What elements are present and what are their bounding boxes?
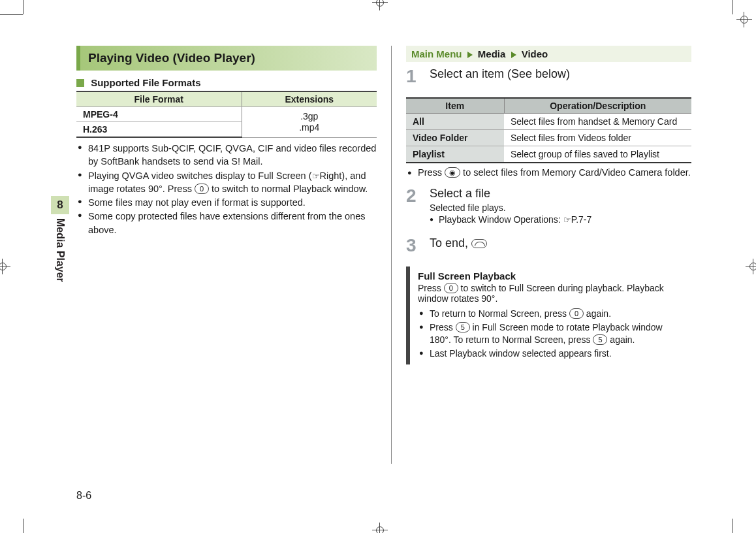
crop-mark <box>736 12 752 27</box>
breadcrumb-item: Video <box>522 48 548 59</box>
table-cell: Video Folder <box>406 130 504 146</box>
subheading: Supported File Formats <box>76 77 377 88</box>
note: Press ◉ to select files from Memory Card… <box>406 167 691 178</box>
key-end-icon <box>471 239 487 248</box>
table-cell: Select files from handset & Memory Card <box>504 114 691 130</box>
list-item: 841P supports Sub-QCIF, QCIF, QVGA, CIF … <box>76 142 377 169</box>
list-item: Press 5 in Full Screen mode to rotate Pl… <box>418 321 685 347</box>
breadcrumb-root: Main Menu <box>411 48 462 59</box>
step-number: 1 <box>406 67 420 86</box>
crop-mark <box>746 259 756 274</box>
step-number: 3 <box>406 236 420 255</box>
crop-mark <box>0 259 10 274</box>
step-body: Select a file <box>430 187 691 201</box>
crop-mark <box>372 0 388 10</box>
file-format-table: File Format Extensions MPEG-4 .3gp .mp4 … <box>76 91 377 138</box>
step-subtext: Selected file plays. <box>430 202 691 213</box>
section-title: Playing Video (Video Player) <box>76 46 377 71</box>
crop-mark <box>23 0 24 14</box>
breadcrumb-item: Media <box>478 48 506 59</box>
list-item: To return to Normal Screen, press 0 agai… <box>418 308 685 321</box>
page-number: 8-6 <box>76 490 91 502</box>
pointer-icon: ☞ <box>563 215 571 225</box>
table-cell: .3gp .mp4 <box>242 107 377 138</box>
table-cell: Playlist <box>406 146 504 163</box>
left-column: Playing Video (Video Player) Supported F… <box>76 46 377 464</box>
step-list: 2 Select a file Selected file plays. Pla… <box>406 187 691 255</box>
list-item: Last Playback window selected appears fi… <box>418 347 685 361</box>
square-bullet-icon <box>76 79 84 87</box>
pointer-icon: ☞ <box>312 171 320 181</box>
chevron-right-icon <box>511 52 516 58</box>
table-header: Item <box>406 98 504 114</box>
subheading-text: Supported File Formats <box>91 77 200 88</box>
crop-mark <box>732 0 733 14</box>
crop-mark <box>372 523 388 533</box>
list-item: Some files may not play even if format i… <box>76 196 377 209</box>
list-item: Playing QVGA video switches display to F… <box>76 169 377 196</box>
crop-mark <box>0 14 23 15</box>
step: 2 Select a file Selected file plays. Pla… <box>406 187 691 225</box>
crop-mark <box>23 519 24 533</box>
step: 3 To end, <box>406 236 691 255</box>
key-zero-icon: 0 <box>444 283 458 293</box>
table-header: Extensions <box>242 91 377 107</box>
bullet-list: To return to Normal Screen, press 0 agai… <box>418 308 685 360</box>
key-zero-icon: 0 <box>195 184 209 194</box>
chevron-right-icon <box>467 52 473 58</box>
key-zero-icon: 0 <box>569 308 584 319</box>
key-five-icon: 5 <box>593 334 607 345</box>
step: 1 Select an item (See below) <box>406 67 691 86</box>
item-table: Item Operation/Description All Select fi… <box>406 97 691 163</box>
breadcrumb: Main Menu Media Video <box>406 46 691 62</box>
full-screen-panel: Full Screen Playback Press 0 to switch t… <box>406 266 691 364</box>
table-header: File Format <box>76 91 242 107</box>
step-number: 2 <box>406 187 420 225</box>
table-cell: All <box>406 114 504 130</box>
step-list: 1 Select an item (See below) <box>406 67 691 86</box>
right-column: Main Menu Media Video 1 Select an item (… <box>391 46 691 464</box>
bullet-list: 841P supports Sub-QCIF, QCIF, QVGA, CIF … <box>76 142 377 236</box>
panel-text: Press 0 to switch to Full Screen during … <box>418 283 685 304</box>
step-body: To end, <box>430 236 691 255</box>
list-item: Some copy protected files have extension… <box>76 210 377 236</box>
step-subtext: Playback Window Operations: ☞P.7-7 <box>430 214 691 225</box>
panel-title: Full Screen Playback <box>418 270 685 282</box>
crop-mark <box>732 519 733 533</box>
key-camera-icon: ◉ <box>445 167 460 178</box>
step-body: Select an item (See below) <box>430 67 691 86</box>
table-cell: Select files from Videos folder <box>504 130 691 146</box>
table-cell: H.263 <box>76 122 242 138</box>
key-five-icon: 5 <box>456 322 470 332</box>
table-cell: Select group of files saved to Playlist <box>504 146 691 163</box>
table-cell: MPEG-4 <box>76 107 242 122</box>
table-header: Operation/Description <box>504 98 691 114</box>
